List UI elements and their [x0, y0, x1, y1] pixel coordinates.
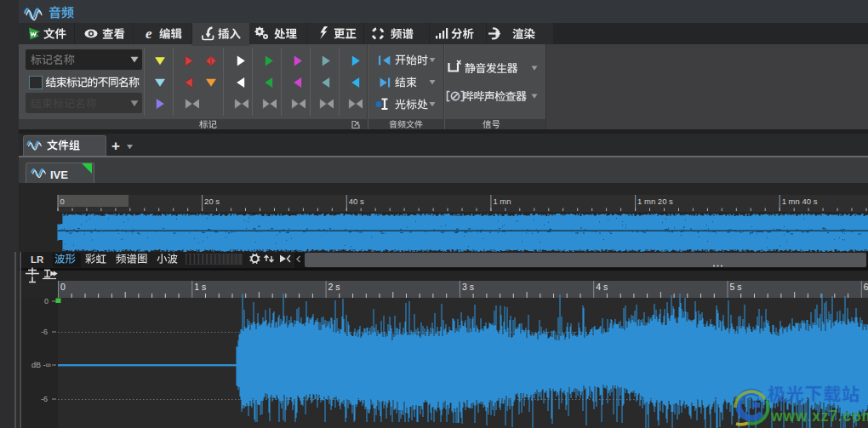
svg-text:1 mn: 1 mn: [493, 197, 511, 206]
svg-text:1 mn 40 s: 1 mn 40 s: [782, 197, 818, 206]
svg-text:-6: -6: [41, 395, 48, 403]
svg-text:2 s: 2 s: [328, 282, 340, 292]
svg-text:4 s: 4 s: [596, 282, 608, 292]
svg-text:1 mn 20 s: 1 mn 20 s: [637, 197, 673, 206]
svg-text:0: 0: [60, 197, 65, 206]
svg-text:1 s: 1 s: [194, 282, 206, 292]
svg-text:40 s: 40 s: [349, 197, 364, 206]
svg-text:-6: -6: [41, 328, 48, 336]
svg-text:www.xz7.com: www.xz7.com: [770, 408, 868, 425]
svg-text:5 s: 5 s: [730, 282, 742, 292]
svg-text:IVE: IVE: [50, 168, 68, 181]
svg-text:6 s: 6 s: [864, 282, 868, 292]
svg-text:3 s: 3 s: [462, 282, 474, 292]
svg-text:0: 0: [44, 297, 49, 305]
svg-text:0: 0: [60, 282, 66, 292]
svg-text:+: +: [111, 138, 120, 154]
svg-text:20 s: 20 s: [204, 197, 220, 206]
svg-text:e: e: [146, 26, 152, 42]
svg-text:dB -∞: dB -∞: [31, 361, 51, 369]
svg-text:LR: LR: [31, 254, 44, 265]
